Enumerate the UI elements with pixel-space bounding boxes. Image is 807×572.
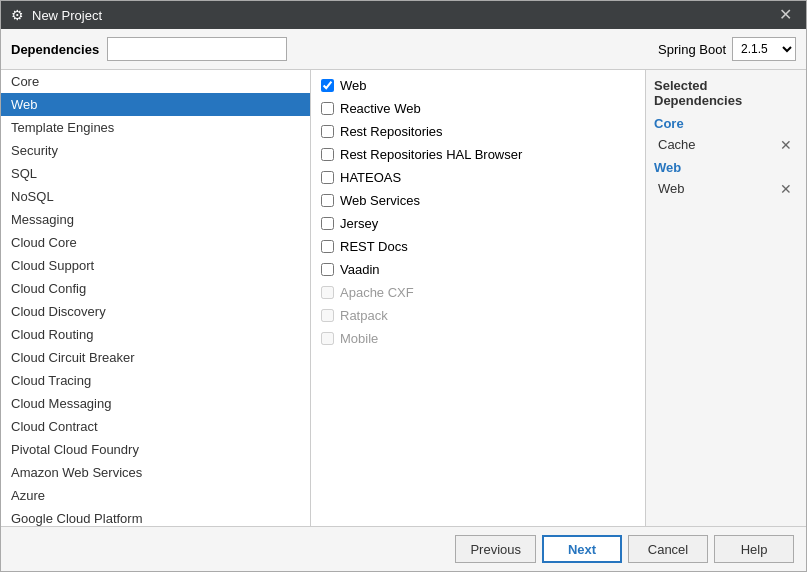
category-item-security[interactable]: Security [1,139,310,162]
category-item-cloud-messaging[interactable]: Cloud Messaging [1,392,310,415]
dep-checkbox-rest-docs[interactable] [321,240,334,253]
toolbar-left: Dependencies [11,37,287,61]
categories-panel: CoreWebTemplate EnginesSecuritySQLNoSQLM… [1,70,311,526]
dep-checkbox-vaadin[interactable] [321,263,334,276]
dep-checkbox-apache-cxf [321,286,334,299]
dep-checkbox-ratpack [321,309,334,322]
dep-item-web[interactable]: Web [311,74,645,97]
category-item-core[interactable]: Core [1,70,310,93]
next-button[interactable]: Next [542,535,622,563]
selected-dep-row-web: Web✕ [654,179,798,198]
new-project-dialog: ⚙ New Project ✕ Dependencies Spring Boot… [0,0,807,572]
category-item-template-engines[interactable]: Template Engines [1,116,310,139]
dialog-icon: ⚙ [11,7,24,23]
dep-label-rest-docs: REST Docs [340,239,408,254]
close-button[interactable]: ✕ [775,7,796,23]
category-item-azure[interactable]: Azure [1,484,310,507]
title-bar: ⚙ New Project ✕ [1,1,806,29]
category-item-sql[interactable]: SQL [1,162,310,185]
selected-deps-title: Selected Dependencies [654,78,798,108]
dep-label-rest-repositories: Rest Repositories [340,124,443,139]
remove-dep-button-cache[interactable]: ✕ [778,138,794,152]
toolbar-right: Spring Boot 2.1.52.1.42.0.91.5.20 [658,37,796,61]
dep-checkbox-hateoas[interactable] [321,171,334,184]
dep-label-vaadin: Vaadin [340,262,380,277]
category-item-cloud-tracing[interactable]: Cloud Tracing [1,369,310,392]
dep-checkbox-rest-repositories-hal[interactable] [321,148,334,161]
dep-item-hateoas[interactable]: HATEOAS [311,166,645,189]
category-item-cloud-contract[interactable]: Cloud Contract [1,415,310,438]
dep-item-rest-repositories-hal[interactable]: Rest Repositories HAL Browser [311,143,645,166]
dep-checkbox-jersey[interactable] [321,217,334,230]
selected-dep-name-web: Web [658,181,685,196]
dep-checkbox-web-services[interactable] [321,194,334,207]
dep-label-web-services: Web Services [340,193,420,208]
dep-item-apache-cxf: Apache CXF [311,281,645,304]
dep-item-mobile: Mobile [311,327,645,350]
category-item-amazon-web-services[interactable]: Amazon Web Services [1,461,310,484]
category-item-nosql[interactable]: NoSQL [1,185,310,208]
category-item-cloud-support[interactable]: Cloud Support [1,254,310,277]
spring-boot-label: Spring Boot [658,42,726,57]
main-content: CoreWebTemplate EnginesSecuritySQLNoSQLM… [1,70,806,526]
bottom-bar: Previous Next Cancel Help [1,526,806,571]
dep-label-rest-repositories-hal: Rest Repositories HAL Browser [340,147,522,162]
category-item-cloud-config[interactable]: Cloud Config [1,277,310,300]
dep-item-reactive-web[interactable]: Reactive Web [311,97,645,120]
remove-dep-button-web[interactable]: ✕ [778,182,794,196]
selected-dep-row-cache: Cache✕ [654,135,798,154]
title-bar-left: ⚙ New Project [11,7,102,23]
dep-label-web: Web [340,78,367,93]
dep-item-ratpack: Ratpack [311,304,645,327]
dependencies-panel: WebReactive WebRest RepositoriesRest Rep… [311,70,646,526]
selected-deps-panel: Selected Dependencies CoreCache✕WebWeb✕ [646,70,806,526]
toolbar: Dependencies Spring Boot 2.1.52.1.42.0.9… [1,29,806,70]
dep-label-jersey: Jersey [340,216,378,231]
dep-item-jersey[interactable]: Jersey [311,212,645,235]
dep-checkbox-reactive-web[interactable] [321,102,334,115]
dialog-title: New Project [32,8,102,23]
dep-item-rest-repositories[interactable]: Rest Repositories [311,120,645,143]
category-item-cloud-core[interactable]: Cloud Core [1,231,310,254]
category-item-cloud-routing[interactable]: Cloud Routing [1,323,310,346]
dep-label-hateoas: HATEOAS [340,170,401,185]
selected-group-core: Core [654,116,798,131]
dep-item-rest-docs[interactable]: REST Docs [311,235,645,258]
category-item-cloud-circuit-breaker[interactable]: Cloud Circuit Breaker [1,346,310,369]
category-item-google-cloud-platform[interactable]: Google Cloud Platform [1,507,310,526]
category-item-web[interactable]: Web [1,93,310,116]
dep-checkbox-web[interactable] [321,79,334,92]
selected-group-web: Web [654,160,798,175]
dep-checkbox-rest-repositories[interactable] [321,125,334,138]
dep-label-reactive-web: Reactive Web [340,101,421,116]
category-item-pivotal-cloud-foundry[interactable]: Pivotal Cloud Foundry [1,438,310,461]
category-item-cloud-discovery[interactable]: Cloud Discovery [1,300,310,323]
spring-boot-version-select[interactable]: 2.1.52.1.42.0.91.5.20 [732,37,796,61]
dep-label-mobile: Mobile [340,331,378,346]
selected-dep-name-cache: Cache [658,137,696,152]
cancel-button[interactable]: Cancel [628,535,708,563]
help-button[interactable]: Help [714,535,794,563]
dep-label-ratpack: Ratpack [340,308,388,323]
search-input[interactable] [107,37,287,61]
category-item-messaging[interactable]: Messaging [1,208,310,231]
dep-label-apache-cxf: Apache CXF [340,285,414,300]
dep-item-vaadin[interactable]: Vaadin [311,258,645,281]
dep-item-web-services[interactable]: Web Services [311,189,645,212]
dep-checkbox-mobile [321,332,334,345]
dependencies-label: Dependencies [11,42,99,57]
previous-button[interactable]: Previous [455,535,536,563]
